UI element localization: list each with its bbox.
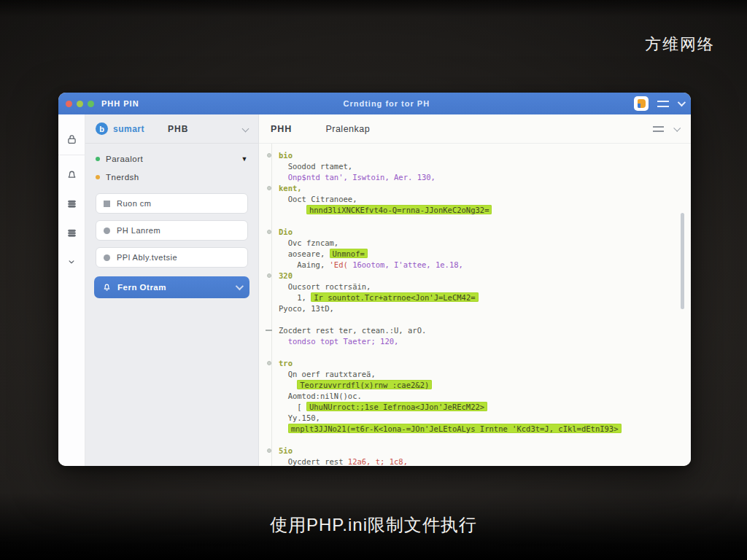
window-body: b sumart PHB Paraalort▼Tnerdsh Ruon cmPH… — [58, 114, 691, 466]
left-panel: b sumart PHB Paraalort▼Tnerdsh Ruon cmPH… — [85, 114, 259, 466]
square-icon — [104, 201, 110, 207]
menu-icon[interactable] — [657, 101, 669, 107]
code-line — [259, 346, 691, 357]
panel-button-label: PPl Ably.tvetsie — [117, 253, 177, 262]
gutter-dot-icon — [259, 153, 279, 158]
code-line: Onp$ntd tan', Iswtoin, Aer. 130, — [259, 171, 691, 182]
zoom-button[interactable] — [88, 101, 94, 107]
code-text: hnnd3liXNCKEfvt4o-Q=rnna-JJonKeC2oNg32= — [279, 206, 492, 214]
code-editor: PHH Pralenkap bio Soodod rtamet, Onp$ntd… — [259, 114, 691, 466]
code-lines: bio Soodod rtamet, Onp$ntd tan', Iswtoin… — [259, 149, 691, 466]
code-line: aoseare, Unmnof= — [259, 248, 691, 259]
code-line: Pyoco, 13tD, — [259, 303, 691, 314]
code-line: Aomtod:nilN()oc. — [259, 390, 691, 401]
code-line — [259, 434, 691, 445]
code-area[interactable]: bio Soodod rtamet, Onp$ntd tan', Iswtoin… — [259, 144, 691, 466]
code-line: 5io — [259, 445, 691, 456]
rail-lock-icon[interactable] — [58, 125, 85, 155]
code-text: [ UhuNUrroct:;1se Iefrnoa<JJon'JeREcM22> — [279, 402, 487, 411]
panel-button-label: Ruon cm — [117, 199, 152, 208]
rail-list-icon[interactable] — [58, 189, 85, 218]
code-line: Dio — [259, 226, 691, 237]
minimize-button[interactable] — [77, 101, 83, 107]
code-text: kent, — [279, 184, 302, 192]
code-line: Yy.150, — [259, 412, 691, 423]
code-text: aoseare, Unmnof= — [279, 249, 368, 258]
code-line: 320 — [259, 270, 691, 281]
profile-icon: b — [96, 122, 108, 135]
code-line — [259, 314, 691, 324]
tree-item[interactable]: Paraalort▼ — [96, 149, 248, 168]
chevron-down-icon[interactable] — [673, 125, 681, 132]
chevron-down-icon[interactable] — [678, 98, 686, 106]
code-line: Zocdert rest ter, ctean.:U, arO. — [259, 324, 691, 335]
status-dot-icon — [96, 157, 100, 161]
circle-icon — [104, 254, 110, 261]
rail-list-icon[interactable] — [58, 218, 85, 247]
code-line: Qn oerf rautxtareä, — [259, 368, 691, 379]
code-text: Qn oerf rautxtareä, — [279, 370, 376, 378]
chevron-down-icon — [242, 125, 249, 133]
window-title: Crndting for tor PH — [139, 99, 634, 108]
code-text: tondso topt Taeter; 120, — [279, 337, 398, 346]
vertical-scrollbar[interactable] — [681, 213, 684, 309]
code-text: bio — [279, 151, 293, 160]
editor-header: PHH Pralenkap — [259, 114, 691, 144]
code-line: 1, Ir sountot.Tcr+atrnoe<Jon'J=LeCM42= — [259, 292, 691, 303]
code-line: Oucsort roctrsäin, — [259, 281, 691, 292]
code-line: Aaing, 'Ed( 16ootom, I'attee, 1e.18, — [259, 259, 691, 270]
close-button[interactable] — [66, 101, 72, 107]
titlebar-actions — [634, 96, 684, 111]
code-text: Dio — [279, 228, 293, 236]
code-line: bio — [259, 149, 691, 160]
rail-chevron-down-icon[interactable] — [58, 247, 85, 276]
bell-icon — [102, 282, 112, 292]
gutter-divider — [271, 144, 272, 466]
brand-watermark: 方维网络 — [645, 34, 715, 55]
tree-item-label: Paraalort — [106, 155, 143, 163]
panel-buttons: Ruon cmPH LanremPPl Ably.tvetsie — [85, 189, 258, 268]
editor-tab-pralenkap[interactable]: Pralenkap — [325, 124, 370, 134]
tree-item-label: Tnerdsh — [106, 173, 139, 182]
app-badge-icon[interactable] — [634, 96, 649, 111]
code-line: [ UhuNUrroct:;1se Iefrnoa<JJon'JeREcM22> — [259, 401, 691, 412]
code-text: Aomtod:nilN()oc. — [279, 392, 362, 400]
video-caption: 使用PHP.ini限制文件执行 — [0, 513, 747, 537]
profile-name: sumart — [113, 124, 144, 134]
code-text: Oucsort roctrsäin, — [279, 282, 371, 291]
rail-bell-icon[interactable] — [58, 160, 85, 189]
code-text: 1, Ir sountot.Tcr+atrnoe<Jon'J=LeCM42= — [279, 293, 479, 302]
code-line: Oycdert rest 12a6, t; 1c8, — [259, 456, 691, 466]
titlebar: PHH PIN Crndting for tor PH — [58, 93, 691, 114]
panel-button[interactable]: Ruon cm — [96, 193, 248, 214]
code-text: mnplt3JJNo21(=t6r-K<1ona-=JOn'JeLEtoALys… — [279, 424, 622, 433]
panel-button[interactable]: PH Lanrem — [96, 220, 248, 241]
code-text: 5io — [279, 446, 293, 455]
code-line: Ovc fzncam, — [259, 237, 691, 248]
code-line: mnplt3JJNo21(=t6r-K<1ona-=JOn'JeLEtoALys… — [259, 423, 691, 434]
code-text: Yy.150, — [279, 413, 320, 422]
editor-tab-phh[interactable]: PHH — [271, 124, 292, 134]
code-text: Pyoco, 13tD, — [279, 304, 334, 313]
panel-button[interactable]: PPl Ably.tvetsie — [96, 247, 248, 268]
panel-button-label: PH Lanrem — [117, 226, 160, 235]
profile-dropdown[interactable]: b sumart PHB — [85, 114, 258, 144]
code-line: kent, — [259, 182, 691, 193]
caret-down-icon[interactable]: ▼ — [241, 155, 248, 163]
code-text: Aaing, 'Ed( 16ootom, I'attee, 1e.18, — [279, 260, 463, 269]
tree-item[interactable]: Tnerdsh — [96, 168, 248, 186]
code-text: Ovc fzncam, — [279, 238, 338, 247]
gutter-dot-icon — [259, 448, 279, 453]
code-line: Soodod rtamet, — [259, 160, 691, 171]
menu-icon[interactable] — [653, 126, 664, 132]
code-line — [259, 215, 691, 226]
code-line: Ooct Citranoee, — [259, 193, 691, 204]
status-dot-icon — [96, 175, 100, 179]
gutter-dot-icon — [259, 361, 279, 365]
code-text: 320 — [279, 271, 293, 280]
code-text: Oycdert rest 12a6, t; 1c8, — [279, 457, 408, 466]
code-text: Onp$ntd tan', Iswtoin, Aer. 130, — [279, 173, 436, 182]
primary-action-button[interactable]: Fern Otram — [94, 276, 249, 298]
circle-icon — [104, 228, 110, 234]
gutter-dash-icon — [259, 330, 279, 331]
